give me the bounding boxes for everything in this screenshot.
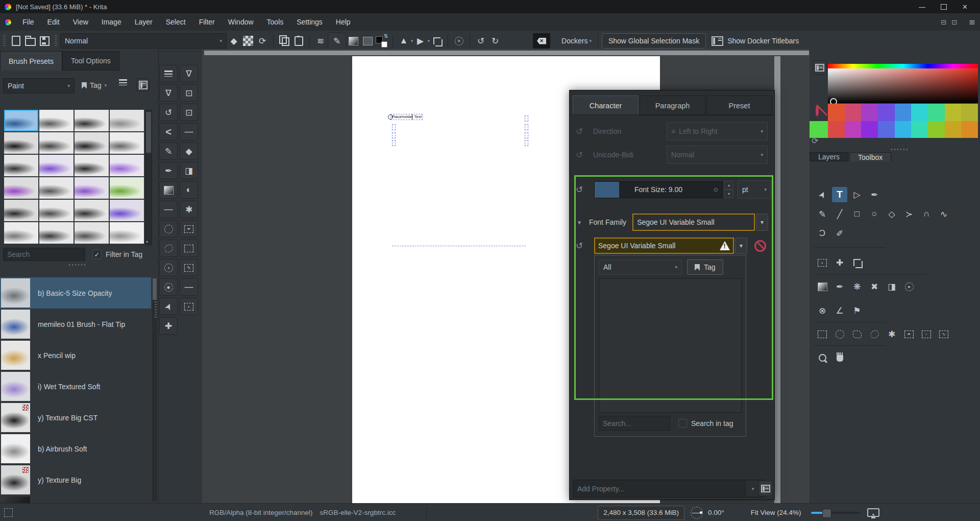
zoom-slider[interactable] bbox=[811, 512, 860, 514]
tool-button[interactable]: ◨ bbox=[180, 162, 198, 179]
tab-layers[interactable]: Layers bbox=[810, 152, 848, 161]
tool-button[interactable]: ➤ bbox=[159, 298, 178, 315]
font-size-field[interactable]: Font Size: 9.00 ⊙ bbox=[594, 181, 723, 198]
color-swatch[interactable] bbox=[911, 121, 928, 138]
tool-button[interactable]: ▪ bbox=[814, 253, 831, 272]
no-color-button[interactable] bbox=[816, 105, 819, 116]
color-swatch[interactable] bbox=[911, 104, 928, 121]
brush-list-item[interactable]: x Pencil wip bbox=[0, 340, 151, 371]
menu-item[interactable]: Layer bbox=[128, 18, 159, 26]
color-swatch[interactable] bbox=[945, 121, 962, 138]
brush-preset-tile[interactable] bbox=[39, 110, 74, 131]
tool-button[interactable] bbox=[814, 348, 831, 367]
preserve-alpha-button[interactable] bbox=[241, 33, 255, 49]
tab-character[interactable]: Character bbox=[573, 96, 639, 115]
text-frame-handle[interactable] bbox=[525, 132, 528, 138]
image-size-button[interactable]: 2,480 x 3,508 (33.6 MiB) bbox=[598, 506, 684, 520]
brush-list-item-partial[interactable] bbox=[1, 496, 30, 503]
reset-direction-icon[interactable]: ↺ bbox=[573, 126, 586, 137]
preset-filter-select[interactable]: Paint ▾ bbox=[3, 78, 75, 93]
tool-button[interactable]: ∇ bbox=[180, 65, 198, 82]
brush-preset-tile[interactable] bbox=[4, 200, 38, 221]
tool-button[interactable]: ▪ bbox=[180, 298, 198, 315]
font-tag-button[interactable]: Tag bbox=[687, 259, 723, 275]
tool-button[interactable] bbox=[866, 325, 883, 343]
tool-button[interactable]: Ɔ bbox=[814, 224, 831, 243]
text-frame-handle[interactable] bbox=[392, 132, 396, 138]
swap-colors-icon[interactable]: ⇅ bbox=[384, 33, 388, 39]
scroll-down-icon[interactable]: ▾ bbox=[146, 240, 148, 244]
brush-list-item[interactable]: i) Wet Textured Soft bbox=[0, 371, 151, 402]
pattern-chooser-button[interactable] bbox=[360, 33, 375, 49]
clear-button[interactable]: ✕ bbox=[533, 33, 550, 49]
tool-button[interactable]: — bbox=[180, 123, 198, 140]
tool-button[interactable]: ✱ bbox=[180, 201, 198, 218]
selection-display-icon[interactable] bbox=[4, 508, 13, 517]
font-name-dropdown-button[interactable]: ▾ bbox=[735, 238, 747, 254]
brush-list-item[interactable]: y) Texture Big CST bbox=[0, 402, 151, 433]
menu-item[interactable]: Select bbox=[159, 18, 192, 26]
font-filter-select[interactable]: All ▾ bbox=[599, 259, 682, 275]
tool-button[interactable]: ╱ bbox=[831, 205, 848, 223]
search-in-tag-label[interactable]: Search in tag bbox=[691, 419, 733, 428]
brush-preset-tile[interactable] bbox=[75, 132, 109, 154]
brush-preset-tile[interactable] bbox=[75, 155, 109, 176]
tool-button[interactable]: ✱ bbox=[883, 325, 900, 343]
show-global-selection-mask-button[interactable]: Show Global Selection Mask bbox=[602, 33, 706, 49]
tool-button[interactable]: ◑ bbox=[159, 259, 178, 276]
color-swatch[interactable] bbox=[861, 121, 878, 138]
tool-button[interactable]: T bbox=[831, 185, 848, 204]
trim-to-image-button[interactable] bbox=[430, 33, 444, 49]
text-frame-handle[interactable] bbox=[525, 140, 528, 146]
scrollbar-handle[interactable] bbox=[146, 112, 151, 153]
tool-button[interactable]: ▫ bbox=[918, 325, 935, 343]
panel-splitter[interactable] bbox=[69, 264, 87, 266]
menu-item[interactable]: Image bbox=[95, 18, 128, 26]
tab-brush-presets[interactable]: Brush Presets bbox=[0, 51, 62, 70]
tool-button[interactable]: — bbox=[159, 201, 178, 218]
text-frame-handle[interactable] bbox=[392, 124, 396, 130]
tab-paragraph[interactable]: Paragraph bbox=[640, 96, 705, 115]
refresh-palette-icon[interactable]: ⟳ bbox=[812, 136, 818, 146]
show-docker-titlebars-label[interactable]: Show Docker Titlebars bbox=[727, 37, 799, 45]
menu-item[interactable]: Filter bbox=[192, 18, 222, 26]
blending-mode-select[interactable]: Normal ▾ bbox=[60, 33, 227, 49]
brush-preset-tile[interactable] bbox=[4, 132, 38, 154]
tool-button[interactable]: ⚑ bbox=[848, 301, 866, 320]
tool-button[interactable] bbox=[848, 325, 866, 343]
step-down-icon[interactable]: ▾ bbox=[724, 190, 733, 198]
fg-bg-colors-button[interactable]: ⇅ bbox=[375, 33, 389, 49]
brush-preset-tile[interactable] bbox=[4, 222, 38, 244]
color-swatch[interactable] bbox=[895, 121, 912, 138]
color-swatch[interactable] bbox=[845, 121, 862, 138]
tool-button[interactable]: ✒ bbox=[180, 220, 198, 238]
canvas-vertical-scrollbar[interactable] bbox=[774, 56, 780, 503]
tool-button[interactable]: ∇ bbox=[159, 84, 178, 102]
tool-button[interactable]: ≻ bbox=[900, 205, 918, 223]
brush-preset-tile[interactable] bbox=[75, 110, 109, 131]
reset-bidi-icon[interactable]: ↺ bbox=[573, 150, 586, 160]
eraser-mode-button[interactable]: ◆ bbox=[227, 33, 241, 49]
brush-preset-tile[interactable] bbox=[39, 132, 74, 154]
tool-button[interactable]: ∿ bbox=[935, 205, 952, 223]
zoom-slider-handle[interactable] bbox=[822, 509, 831, 518]
tab-preset[interactable]: Preset bbox=[706, 96, 772, 115]
tool-button[interactable]: ∠ bbox=[831, 301, 848, 320]
tool-button[interactable]: ◉ bbox=[159, 278, 178, 296]
wraparound-mode-button[interactable]: ✕ bbox=[452, 33, 466, 49]
tool-button[interactable]: □ bbox=[848, 205, 866, 223]
brush-preset-tile[interactable] bbox=[110, 155, 144, 176]
property-list-button[interactable] bbox=[758, 481, 773, 496]
color-swatch[interactable] bbox=[961, 121, 978, 138]
color-swatch[interactable] bbox=[961, 104, 978, 121]
tool-button[interactable]: ⊡ bbox=[180, 84, 198, 102]
edit-brush-settings-button[interactable]: ✎ bbox=[328, 32, 346, 50]
brush-preset-tile[interactable] bbox=[39, 155, 74, 176]
font-size-stepper[interactable]: ▴ ▾ bbox=[724, 181, 733, 198]
toolbar-close-icon[interactable]: ⊠ bbox=[969, 18, 975, 26]
tool-button[interactable]: < bbox=[159, 123, 178, 140]
collapse-font-family-icon[interactable]: ▾ bbox=[573, 219, 586, 226]
tool-button[interactable]: ● bbox=[900, 277, 918, 296]
tool-button[interactable] bbox=[814, 277, 831, 296]
tool-button[interactable]: ✚ bbox=[831, 253, 848, 272]
